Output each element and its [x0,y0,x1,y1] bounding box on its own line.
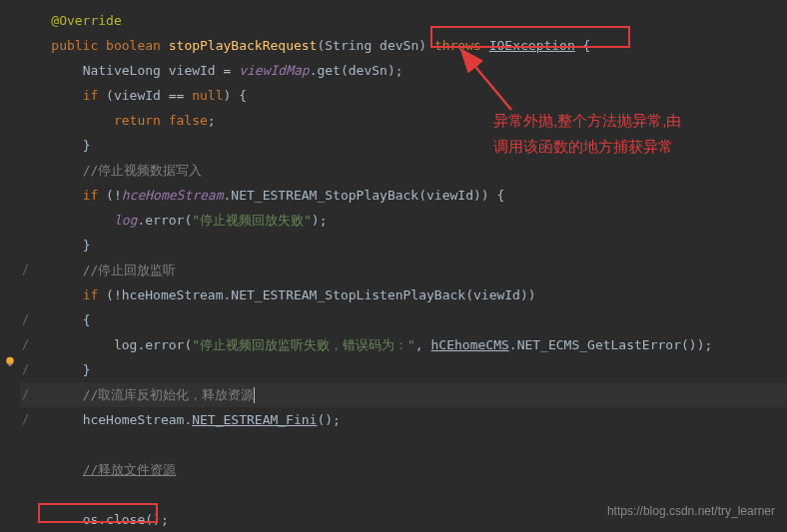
code-line: / hceHomeStream.NET_ESTREAM_Fini(); [20,407,787,432]
code-line-active: / //取流库反初始化，释放资源 [20,382,787,407]
code-line: if (viewId == null) { [20,83,787,108]
code-line: / log.error("停止视频回放监听失败，错误码为：", hCEhomeC… [20,332,787,357]
code-line: //释放文件资源 [20,457,787,482]
lightbulb-icon[interactable] [4,356,16,368]
code-line: public boolean stopPlayBackRequest(Strin… [20,33,787,58]
annotation-text: 异常外抛,整个方法抛异常,由 调用该函数的地方捕获异常 [493,108,681,160]
code-line: / //停止回放监听 [20,258,787,282]
annotation-keyword: @Override [51,13,121,28]
code-line: } [20,233,787,258]
code-line [20,432,787,457]
code-line: //停止视频数据写入 [20,158,787,183]
code-line: @Override [20,8,787,33]
svg-point-2 [6,357,14,365]
code-line: if (!hceHomeStream.NET_ESTREAM_StopPlayB… [20,183,787,208]
svg-rect-3 [9,364,12,366]
code-line: / } [20,357,787,382]
code-line: if (!hceHomeStream.NET_ESTREAM_StopListe… [20,282,787,307]
code-line: log.error("停止视频回放失败"); [20,208,787,233]
code-line: NativeLong viewId = viewIdMap.get(devSn)… [20,58,787,83]
code-editor[interactable]: @Override public boolean stopPlayBackReq… [0,0,787,532]
code-line: / { [20,307,787,332]
watermark-text: https://blog.csdn.net/try_learner [607,499,775,524]
text-cursor [254,387,255,403]
